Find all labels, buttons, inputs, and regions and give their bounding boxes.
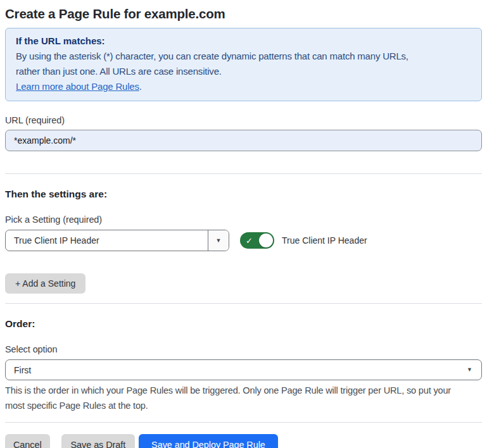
setting-select[interactable]: True Client IP Header ▼ [5,230,229,251]
divider [5,173,482,174]
chevron-down-icon: ▼ [216,238,222,244]
chevron-down-icon: ▼ [467,367,472,373]
order-select[interactable]: First ▼ [5,359,482,380]
save-and-deploy-button[interactable]: Save and Deploy Page Rule [139,434,278,448]
order-help-line2: most specific Page Rules at the top. [5,398,482,413]
order-select-label: Select option [5,343,482,356]
check-icon: ✓ [246,237,253,245]
info-box-body-line2: rather than just one. All URLs are case … [16,64,471,79]
create-page-rule-form: Create a Page Rule for example.com If th… [0,4,487,448]
order-help-text: This is the order in which your Page Rul… [5,383,482,413]
info-box-heading: If the URL matches: [16,34,471,49]
setting-toggle[interactable]: ✓ [240,232,274,249]
footer-actions: Cancel Save as Draft Save and Deploy Pag… [5,434,482,448]
info-box-body-line1: By using the asterisk (*) character, you… [16,49,471,64]
setting-row: True Client IP Header ▼ ✓ True Client IP… [5,230,482,251]
add-setting-button[interactable]: + Add a Setting [5,273,85,294]
url-input[interactable] [5,130,482,151]
toggle-knob [259,233,273,247]
pick-setting-label: Pick a Setting (required) [5,213,482,226]
divider [5,303,482,304]
save-as-draft-button[interactable]: Save as Draft [61,434,136,448]
link-suffix: . [139,81,142,92]
order-select-value: First [6,365,467,375]
order-help-line1: This is the order in which your Page Rul… [5,383,482,398]
order-section-heading: Order: [5,317,482,330]
toggle-label: True Client IP Header [282,235,367,246]
page-title: Create a Page Rule for example.com [5,4,482,23]
setting-select-arrow-box[interactable]: ▼ [208,230,229,251]
url-match-info-box: If the URL matches: By using the asteris… [5,28,482,101]
divider [5,422,482,423]
setting-select-value: True Client IP Header [6,235,208,246]
settings-section-heading: Then the settings are: [5,187,482,201]
url-field-label: URL (required) [5,114,482,127]
learn-more-link[interactable]: Learn more about Page Rules [16,81,139,92]
info-link-row: Learn more about Page Rules. [16,79,471,94]
cancel-button[interactable]: Cancel [5,434,50,448]
